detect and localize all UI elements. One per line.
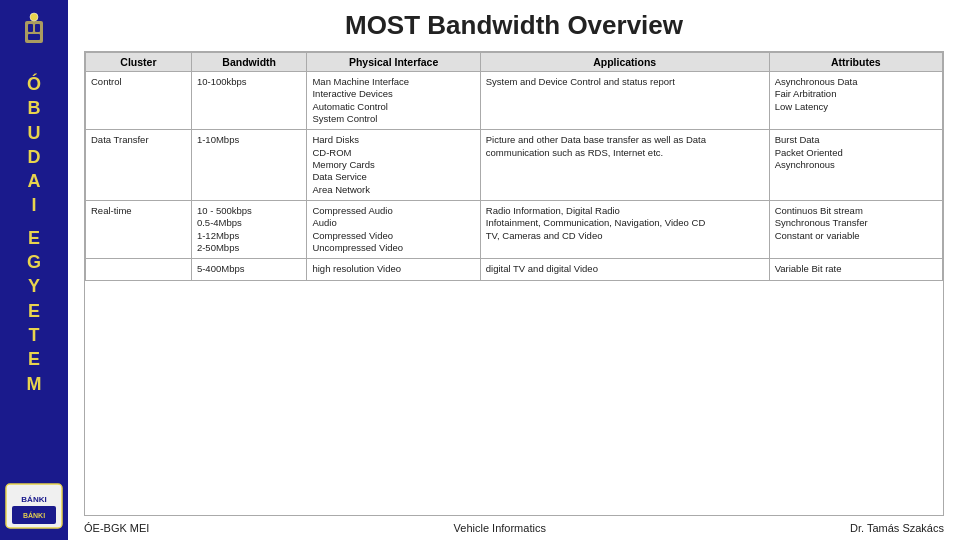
cell-cluster-2: Real-time	[86, 201, 192, 259]
page-title: MOST Bandwidth Overview	[84, 10, 944, 41]
letter-G: G	[27, 250, 41, 274]
logo-bottom: BÁNKI BÁNKI	[4, 479, 64, 534]
sidebar: Ó B U D A I E G Y E T E M BÁNKI BÁNKI	[0, 0, 68, 540]
header-cluster: Cluster	[86, 53, 192, 72]
cell-physical-1: Hard DisksCD-ROMMemory CardsData Service…	[307, 130, 480, 201]
cell-apps-0: System and Device Control and status rep…	[480, 72, 769, 130]
letter-I: I	[31, 193, 36, 217]
svg-rect-4	[35, 24, 40, 32]
letter-E: E	[28, 226, 40, 250]
cell-bandwidth-1: 1-10Mbps	[191, 130, 307, 201]
footer: ÓE-BGK MEI Vehicle Informatics Dr. Tamás…	[84, 516, 944, 534]
cell-cluster-0: Control	[86, 72, 192, 130]
letter-M: M	[27, 372, 42, 396]
table-row: 5-400Mbps high resolution Video digital …	[86, 259, 943, 280]
cell-bandwidth-2: 10 - 500kbps0.5-4Mbps1-12Mbps2-50Mbps	[191, 201, 307, 259]
letter-U: U	[28, 121, 41, 145]
letter-E3: E	[28, 347, 40, 371]
cell-apps-1: Picture and other Data base transfer as …	[480, 130, 769, 201]
cell-apps-3: digital TV and digital Video	[480, 259, 769, 280]
svg-text:BÁNKI: BÁNKI	[23, 511, 45, 519]
header-applications: Applications	[480, 53, 769, 72]
header-bandwidth: Bandwidth	[191, 53, 307, 72]
sidebar-letters: Ó B U D A I E G Y E T E M	[27, 68, 42, 479]
bandwidth-table-wrapper: Cluster Bandwidth Physical Interface App…	[84, 51, 944, 516]
footer-right: Dr. Tamás Szakács	[850, 522, 944, 534]
cell-physical-0: Man Machine InterfaceInteractive Devices…	[307, 72, 480, 130]
cell-cluster-1: Data Transfer	[86, 130, 192, 201]
svg-rect-5	[28, 34, 40, 40]
cell-bandwidth-3: 5-400Mbps	[191, 259, 307, 280]
letter-E2: E	[28, 299, 40, 323]
cell-physical-2: Compressed AudioAudioCompressed VideoUnc…	[307, 201, 480, 259]
footer-left: ÓE-BGK MEI	[84, 522, 149, 534]
letter-A: A	[28, 169, 41, 193]
svg-text:BÁNKI: BÁNKI	[21, 495, 46, 504]
header-attributes: Attributes	[769, 53, 942, 72]
bandwidth-table: Cluster Bandwidth Physical Interface App…	[85, 52, 943, 281]
letter-O: Ó	[27, 72, 41, 96]
footer-center: Vehicle Informatics	[454, 522, 546, 534]
svg-rect-3	[28, 24, 33, 32]
cell-attrs-3: Variable Bit rate	[769, 259, 942, 280]
svg-point-6	[30, 13, 38, 21]
table-row: Data Transfer 1-10Mbps Hard DisksCD-ROMM…	[86, 130, 943, 201]
letter-Y: Y	[28, 274, 40, 298]
cell-bandwidth-0: 10-100kbps	[191, 72, 307, 130]
header-physical: Physical Interface	[307, 53, 480, 72]
main-content: MOST Bandwidth Overview Cluster Bandwidt…	[68, 0, 960, 540]
table-row: Real-time 10 - 500kbps0.5-4Mbps1-12Mbps2…	[86, 201, 943, 259]
cell-attrs-1: Burst DataPacket OrientedAsynchronous	[769, 130, 942, 201]
letter-B: B	[28, 96, 41, 120]
table-row: Control 10-100kbps Man Machine Interface…	[86, 72, 943, 130]
cell-apps-2: Radio Information, Digital RadioInfotain…	[480, 201, 769, 259]
letter-T: T	[29, 323, 40, 347]
cell-cluster-3	[86, 259, 192, 280]
cell-attrs-0: Asynchronous DataFair ArbitrationLow Lat…	[769, 72, 942, 130]
letter-D: D	[28, 145, 41, 169]
logo-top	[4, 4, 64, 64]
cell-physical-3: high resolution Video	[307, 259, 480, 280]
cell-attrs-2: Continuos Bit streamSynchronous Transfer…	[769, 201, 942, 259]
